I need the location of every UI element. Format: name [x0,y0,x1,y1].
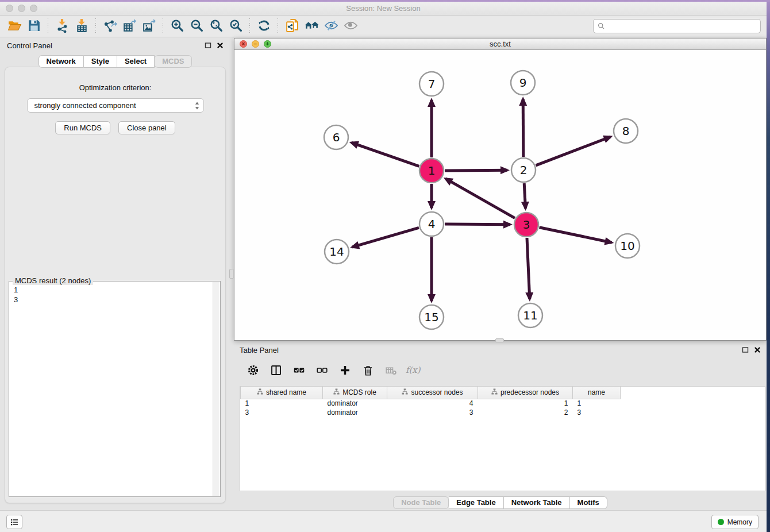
column-panel-button[interactable] [267,363,284,380]
task-history-button[interactable] [6,515,22,529]
network-canvas[interactable]: 7968124314101511 [234,50,766,340]
column-header-successor-nodes[interactable]: successor nodes [387,387,478,399]
float-panel-icon[interactable] [205,42,211,49]
select-all-button[interactable] [290,363,307,380]
optimization-criterion-select[interactable]: strongly connected component [27,98,204,113]
tab-edge-table[interactable]: Edge Table [449,496,503,509]
cell-MCDS-role[interactable]: dominator [323,408,387,417]
cell-successor-nodes[interactable]: 4 [387,399,478,408]
node-7[interactable]: 7 [419,72,444,96]
column-header-MCDS-role[interactable]: MCDS role [323,387,387,399]
node-1[interactable]: 1 [419,159,444,183]
save-session-button[interactable] [24,17,44,36]
edge-2-9[interactable] [523,99,523,157]
close-panel-button[interactable]: Close panel [118,121,175,134]
deselect-all-button[interactable] [313,363,330,380]
network-canvas-svg: 7968124314101511 [234,50,766,340]
node-8[interactable]: 8 [614,119,638,143]
import-network-button[interactable] [52,17,72,36]
horizontal-splitter-handle[interactable] [495,338,504,342]
node-label: 11 [523,309,537,322]
table-row[interactable]: 1dominator411 [241,399,621,408]
cell-name[interactable]: 3 [573,408,621,417]
edge-3-11[interactable] [527,238,530,299]
mcds-panel: Optimization criterion: strongly connect… [5,67,226,503]
search-box[interactable] [593,19,761,33]
edge-1-2[interactable] [445,170,507,171]
result-scrollbar[interactable] [213,282,220,496]
edge-4-14[interactable] [352,228,419,247]
cell-MCDS-role[interactable]: dominator [323,399,387,408]
refresh-button[interactable] [254,17,274,36]
node-label: 4 [428,217,436,231]
node-9[interactable]: 9 [511,71,535,95]
table-row[interactable]: 3dominator323 [241,408,621,417]
cell-predecessor-nodes[interactable]: 1 [478,399,573,408]
tree-icon [402,388,408,396]
edge-3-10[interactable] [540,228,612,243]
export-network-button[interactable] [100,17,120,36]
home-button[interactable] [302,17,321,36]
add-button[interactable] [336,363,353,380]
tab-select[interactable]: Select [117,55,155,68]
zoom-in-button[interactable] [167,17,187,36]
zoom-fit-button[interactable] [206,17,226,36]
export-table-button[interactable] [120,17,139,36]
control-panel: Control Panel NetworkStyleSelectMCDS Opt… [0,38,230,507]
search-icon [598,22,605,30]
control-panel-tabs: NetworkStyleSelectMCDS [38,55,192,68]
show-eye-icon [344,18,358,34]
duplicate-network-button[interactable] [282,17,302,36]
cell-shared-name[interactable]: 3 [241,408,323,417]
edge-2-3[interactable] [524,183,525,209]
tab-node-table[interactable]: Node Table [393,496,449,509]
column-header-name[interactable]: name [573,387,621,399]
fx-button: f(x) [405,363,422,380]
node-14[interactable]: 14 [325,240,349,264]
node-2[interactable]: 2 [511,158,536,182]
cell-predecessor-nodes[interactable]: 2 [478,408,573,417]
node-10[interactable]: 10 [615,234,640,258]
run-mcds-button[interactable]: Run MCDS [55,121,110,134]
tab-style[interactable]: Style [84,55,117,68]
close-table-panel-icon[interactable] [754,346,761,353]
column-header-shared-name[interactable]: shared name [241,387,323,399]
zoom-selected-button[interactable] [226,17,245,36]
gear-icon [247,364,259,378]
node-3[interactable]: 3 [514,213,538,237]
export-image-button[interactable] [139,17,159,36]
edge-1-6[interactable] [351,142,419,166]
tab-motifs[interactable]: Motifs [570,496,607,509]
node-15[interactable]: 15 [419,305,444,329]
tab-network[interactable]: Network [38,55,84,68]
open-file-button[interactable] [5,17,24,36]
node-6[interactable]: 6 [324,125,348,149]
hide-panels-button[interactable] [321,17,341,36]
status-bar: Memory [0,510,767,532]
vertical-splitter-handle[interactable] [229,269,234,279]
tab-network-table[interactable]: Network Table [504,496,570,509]
gear-button[interactable] [244,363,261,380]
toolbar-separator [95,18,96,34]
column-header-predecessor-nodes[interactable]: predecessor nodes [478,387,573,399]
search-input[interactable] [608,22,756,30]
trash-button[interactable] [359,363,376,380]
edge-2-8[interactable] [536,137,611,165]
cell-successor-nodes[interactable]: 3 [387,408,478,417]
edge-3-1[interactable] [445,179,515,218]
network-view-window: × − + scc.txt 7968124314101511 [234,38,767,341]
zoom-out-button[interactable] [187,17,206,36]
import-table-button[interactable] [72,17,91,36]
cell-name[interactable]: 1 [573,399,621,408]
column-panel-icon [270,364,282,378]
float-table-panel-icon[interactable] [742,346,749,353]
tab-mcds[interactable]: MCDS [155,55,192,68]
node-11[interactable]: 11 [518,303,542,327]
memory-button[interactable]: Memory [711,515,759,529]
node-4[interactable]: 4 [419,212,444,236]
edge-4-3[interactable] [445,224,510,225]
cell-shared-name[interactable]: 1 [241,399,323,408]
network-window-titlebar[interactable]: × − + scc.txt [234,38,766,50]
toolbar-separator [278,18,278,34]
close-panel-icon[interactable] [217,42,224,49]
